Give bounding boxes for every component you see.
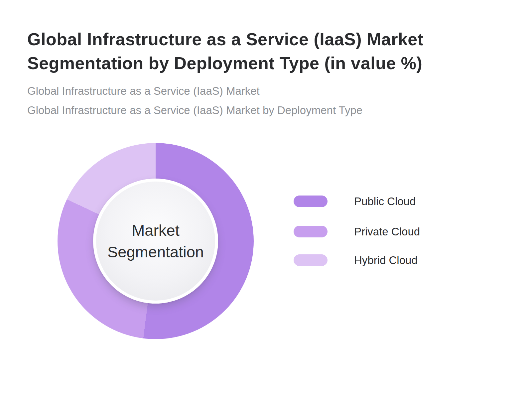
legend-swatch-private-cloud bbox=[294, 226, 328, 237]
subtitle-deployment-type: Global Infrastructure as a Service (IaaS… bbox=[27, 103, 362, 118]
legend-swatch-hybrid-cloud bbox=[294, 254, 328, 266]
subtitle-market: Global Infrastructure as a Service (IaaS… bbox=[27, 84, 260, 98]
donut-hole: Market Segmentation bbox=[93, 179, 218, 304]
donut-center-disc: Market Segmentation bbox=[96, 182, 215, 301]
legend-label: Hybrid Cloud bbox=[354, 254, 418, 267]
donut-center-label: Market Segmentation bbox=[99, 219, 212, 263]
page-title-line-1: Global Infrastructure as a Service (IaaS… bbox=[27, 27, 443, 51]
legend-swatch-public-cloud bbox=[294, 196, 328, 207]
donut-chart: Market Segmentation bbox=[58, 143, 254, 339]
page-title: Global Infrastructure as a Service (IaaS… bbox=[27, 27, 443, 75]
infographic-canvas: Global Infrastructure as a Service (IaaS… bbox=[0, 0, 532, 399]
page-title-line-2: Segmentation by Deployment Type (in valu… bbox=[27, 51, 443, 75]
legend-item-public-cloud: Public Cloud bbox=[294, 196, 420, 207]
legend-item-hybrid-cloud: Hybrid Cloud bbox=[294, 254, 420, 266]
legend-item-private-cloud: Private Cloud bbox=[294, 226, 420, 237]
legend-label: Public Cloud bbox=[354, 195, 416, 208]
chart-legend: Public Cloud Private Cloud Hybrid Cloud bbox=[294, 196, 420, 266]
legend-label: Private Cloud bbox=[354, 225, 420, 238]
